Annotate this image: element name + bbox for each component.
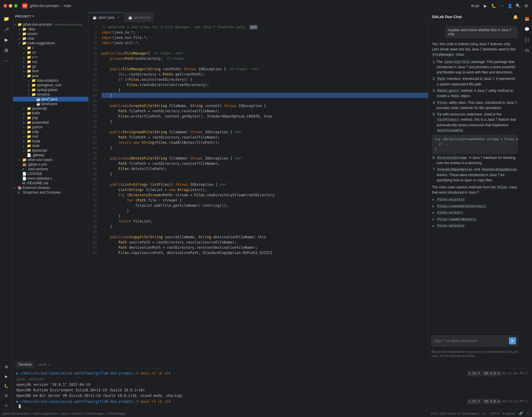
- chat-send-button[interactable]: ➤: [509, 337, 516, 344]
- tree-item-assets[interactable]: ▸ 📁 assets: [13, 31, 88, 36]
- tree-item-scala[interactable]: ▸ 📁 scala: [13, 139, 88, 143]
- code-line-19: }: [102, 119, 428, 124]
- minimize-button[interactable]: [9, 4, 12, 8]
- bottom-tab-terminal[interactable]: Terminal: [15, 361, 34, 368]
- tab-java8[interactable]: ☕ java8.java: [124, 13, 154, 22]
- app-logo: GP: [22, 3, 27, 8]
- sidebar-icon-vcs[interactable]: ⎇: [2, 24, 11, 34]
- status-breadcrumb: gitlab-duo-prompts > code-suggestions > …: [2, 412, 126, 415]
- maximize-button[interactable]: [14, 4, 18, 8]
- bottom-icon-terminal[interactable]: ⊞: [2, 362, 11, 371]
- titlebar-right: lib.jar ▶ 🐛 ⋯ 👤 🔍 ⚙: [471, 3, 528, 8]
- bottom-icons-col: ⊞ ▶ 🐛 ⚙ ⚠: [0, 360, 13, 409]
- tree-item-root[interactable]: ▾ 📁 gitlab-duo-prompts ~/dev/rel/use-cas…: [13, 22, 88, 27]
- tree-item-go[interactable]: ▸ 📁 go: [13, 64, 88, 69]
- code-line-37: }: [102, 213, 428, 219]
- tree-item-code-suggestions[interactable]: ▾ 📁 code-suggestions: [13, 41, 88, 45]
- tab-java8-icon: ☕: [128, 15, 132, 20]
- profile-icon[interactable]: 👤: [507, 3, 512, 8]
- lib-jar-label: lib.jar: [471, 4, 479, 8]
- tree-item-c[interactable]: ▸ 📁 c: [13, 45, 88, 50]
- editor-tabs: ☕ java7.java ✕ ☕ java8.java ⋯: [89, 12, 428, 22]
- run-icon[interactable]: ▶: [483, 3, 488, 8]
- tree-item-css[interactable]: ▸ 📁 css: [13, 59, 88, 64]
- sidebar-icon-more[interactable]: ⋯: [2, 56, 11, 65]
- left-sidebar-icons: 📁 ⎇ ▶ ⊞ ⋯: [0, 12, 13, 360]
- right-icon-db[interactable]: 🗃: [522, 45, 532, 55]
- tree-item-csharp[interactable]: ▸ 📁 c#: [13, 50, 88, 55]
- settings-icon[interactable]: ⚙: [524, 3, 528, 8]
- tree-item-php[interactable]: ▸ 📁 php: [13, 115, 88, 120]
- code-line-17: Path filePath = rootDirectory.resolve(fi…: [102, 108, 428, 114]
- editor-area: ☕ java7.java ✕ ☕ java8.java ⋯ 12345 6789…: [89, 12, 428, 360]
- tree-item-kotlin[interactable]: ▸ 📁 kotlin: [13, 111, 88, 115]
- sidebar-icon-folder[interactable]: 📁: [2, 14, 11, 23]
- chat-bot-intro: Yes, this code is indeed using Java 7 fe…: [432, 41, 518, 57]
- tree-item-license[interactable]: 📄 LICENSE: [13, 171, 88, 176]
- terminal-content[interactable]: ▶ ~/dev/rel/use-cases/ai/ai-workflows/gi…: [13, 369, 532, 409]
- tree-item-javascript[interactable]: ▸ 📁 javascript: [13, 106, 88, 111]
- bottom-panel-main: Terminal Local ✕ ▶ ~/dev/rel/use-cases/a…: [13, 360, 532, 409]
- right-icon-code[interactable]: { }: [522, 35, 532, 44]
- terminal-version-badge-1: 1.21.7: [467, 371, 482, 376]
- tree-item-gitlab-ci[interactable]: 🦊 .gitlab-ci.yml: [13, 162, 88, 167]
- sidebar-icon-run[interactable]: ▶: [2, 35, 11, 44]
- tab-java7-close[interactable]: ✕: [116, 15, 120, 20]
- bottom-icon-services[interactable]: ⚙: [2, 391, 11, 400]
- sidebar-icon-plugins[interactable]: ⊞: [2, 45, 11, 55]
- code-line-32: List<String> fileList = new ArrayList<>(…: [102, 187, 428, 192]
- right-icon-duo[interactable]: 🦊: [522, 14, 532, 23]
- tree-item-idea[interactable]: ▸ 📁 .idea: [13, 27, 88, 31]
- debug-icon[interactable]: 🐛: [491, 3, 496, 8]
- chat-title: GitLab Duo Chat: [432, 15, 462, 19]
- tree-item-scratches[interactable]: ≡ Scratches and Consoles: [13, 190, 88, 195]
- tree-item-tool-versions[interactable]: = .tool-versions: [13, 167, 88, 171]
- bottom-icon-debug[interactable]: 🐛: [2, 382, 11, 390]
- tree-item-typescript[interactable]: ▸ 📁 typescript: [13, 148, 88, 153]
- code-line-35: fileList.add(file.getFileName().toString…: [102, 203, 428, 208]
- chat-notification-icon[interactable]: 🔔: [513, 15, 518, 19]
- tree-item-powershell[interactable]: ▸ 📁 powershell: [13, 120, 88, 125]
- tree-item-rust[interactable]: ▸ 📁 rust: [13, 134, 88, 139]
- status-warn-icon: ⓘ: [526, 411, 530, 416]
- chat-bot-point-4: Files utility class: This class, introdu…: [437, 100, 518, 111]
- bottom-icon-run[interactable]: ▶: [2, 372, 11, 381]
- terminal-branch-1: ⎇ main +2 ↑8 ↕14: [135, 371, 170, 376]
- code-line-22: Path filePath = rootDirectory.resolve(fi…: [102, 135, 428, 140]
- tree-item-syslog[interactable]: ▸ 📁 syslog-parser: [13, 87, 88, 92]
- tree-item-external-libs[interactable]: ▸ 📚 External Libraries: [13, 185, 88, 190]
- tree-item-java[interactable]: ▾ 📁 java: [13, 73, 88, 78]
- bottom-tab-local[interactable]: Local ✕: [35, 361, 53, 368]
- tree-item-cpp[interactable]: ▸ 📁 c++: [13, 55, 88, 59]
- tree-item-html[interactable]: ▸ 📁 html: [13, 69, 88, 73]
- tab-java7[interactable]: ☕ java7.java ✕: [89, 13, 124, 22]
- tree-item-java7[interactable]: ☕ java7.java: [13, 97, 88, 101]
- editor-tab-more[interactable]: ⋯: [420, 13, 428, 22]
- chat-user-message: /explain and check whether this is Java …: [445, 26, 518, 38]
- tree-item-versions[interactable]: ▾ 📁 versions: [13, 92, 88, 97]
- more-icon[interactable]: ⋯: [499, 3, 504, 8]
- chat-panel: GitLab Duo Chat 🔔 /explain and check whe…: [428, 12, 521, 360]
- panel-header: Project ▾: [13, 12, 88, 21]
- bottom-tab-local-close[interactable]: ✕: [48, 363, 50, 366]
- tree-item-readme[interactable]: M↓ README.md: [13, 181, 88, 185]
- search-icon[interactable]: 🔍: [516, 3, 520, 8]
- chat-input[interactable]: [434, 339, 507, 343]
- tree-item-python[interactable]: ▸ 📁 python: [13, 125, 88, 129]
- close-button[interactable]: [4, 4, 7, 8]
- chat-method-3: Files.write(): [437, 210, 518, 215]
- tree-item-shell[interactable]: ▸ 📁 shell: [13, 143, 88, 148]
- tree-item-data-analytics[interactable]: ▸ 📁 data-analytics: [13, 78, 88, 83]
- terminal-path-1: ~/dev/rel/use-cases/ai/ai-workflows/gitl…: [20, 371, 133, 376]
- tree-item-java8[interactable]: ☕ java8.java: [13, 101, 88, 106]
- tree-item-gitkeep[interactable]: 📄 .gitkeep: [13, 153, 88, 157]
- tree-item-springboot[interactable]: ▸ 📁 springboot_vuln: [13, 83, 88, 87]
- tree-item-other[interactable]: ▸ 📁 other-use-cases: [13, 157, 88, 162]
- tree-item-ruby[interactable]: ▸ 📁 ruby: [13, 129, 88, 134]
- code-line-1: // Generate a new class for a File Manag…: [102, 24, 428, 30]
- code-content[interactable]: // Generate a new class for a File Manag…: [99, 22, 428, 360]
- tree-item-chat[interactable]: ▸ 📁 chat: [13, 36, 88, 41]
- bottom-icon-problems[interactable]: ⚠: [2, 401, 11, 409]
- tree-item-mem-optimize[interactable]: 📄 mem-optimize.c: [13, 176, 88, 181]
- right-icon-chat[interactable]: 💬: [522, 24, 532, 34]
